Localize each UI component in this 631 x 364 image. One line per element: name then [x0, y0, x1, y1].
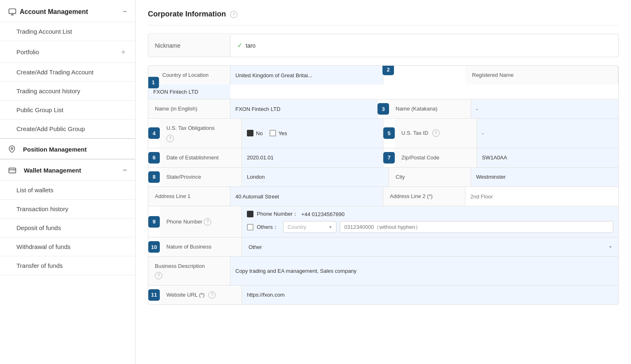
row-website-url: 11 Website URL (*) ? https://fxon.com: [148, 286, 618, 304]
row-address: Address Line 1 40 Automall Street Addres…: [148, 187, 618, 206]
address-line2-label: Address Line 2 (*): [383, 187, 465, 206]
phone-number-label: Phone Number ?: [160, 206, 242, 237]
phone-other-input[interactable]: [340, 221, 613, 233]
country-location-value[interactable]: United Kingdom of Great Britai...: [230, 66, 383, 85]
phone-others-row: Others： Country ▾: [247, 221, 613, 233]
phone-primary-checkbox[interactable]: [247, 211, 253, 217]
tax-no-checkbox[interactable]: No: [247, 130, 263, 136]
title-help-icon[interactable]: ?: [230, 11, 237, 18]
sidebar-item-trading-account-list[interactable]: Trading Account List: [0, 22, 135, 41]
city-value[interactable]: Westminster: [471, 168, 618, 187]
position-management-label: Position Management: [23, 146, 87, 153]
step-3-badge: 3: [378, 103, 389, 115]
step-1-badge: 1: [148, 77, 159, 88]
nature-business-label: Nature of Business: [160, 237, 242, 256]
nickname-label: Nickname: [148, 35, 230, 56]
tax-checkboxes: No Yes: [247, 130, 287, 136]
account-management-section[interactable]: Account Management −: [0, 0, 135, 22]
wallet-management-collapse[interactable]: −: [122, 166, 127, 175]
sidebar-item-portfolio[interactable]: Portfolio ＋: [0, 41, 135, 63]
phone-country-dropdown[interactable]: Country ▾: [283, 221, 336, 233]
sidebar: Account Management − Trading Account Lis…: [0, 0, 136, 364]
nickname-text: taro: [246, 42, 256, 49]
us-tax-id-help-icon[interactable]: ?: [432, 129, 440, 137]
name-english-label: Name (in English): [148, 99, 230, 118]
pin-icon: [8, 145, 16, 153]
name-english-value[interactable]: FXON Fintech LTD: [230, 99, 378, 118]
phone-primary-row: Phone Number： +44 01234567890: [247, 210, 613, 218]
name-katakana-value[interactable]: -: [471, 99, 618, 118]
registered-name-label: Registered Name: [465, 66, 618, 85]
sidebar-item-trading-account-history[interactable]: Trading account history: [0, 82, 135, 101]
step-11-badge: 11: [148, 289, 160, 301]
state-province-value[interactable]: London: [242, 168, 389, 187]
phone-others-checkbox[interactable]: [247, 224, 253, 230]
wallet-management-section[interactable]: Wallet Management −: [0, 159, 135, 181]
step-4-badge: 4: [148, 127, 160, 139]
svg-point-3: [11, 147, 13, 150]
address-line1-value[interactable]: 40 Automall Street: [230, 187, 383, 206]
row-date-zip: 6 Date of Establishment 2020.01.01 7 Zip…: [148, 148, 618, 168]
nature-business-chevron: ▾: [609, 244, 612, 250]
sidebar-item-list-of-wallets[interactable]: List of wallets: [0, 181, 135, 200]
us-tax-help-icon[interactable]: ?: [166, 135, 174, 142]
us-tax-id-label: U.S. Tax ID ?: [395, 119, 477, 147]
tax-yes-empty: [269, 130, 276, 136]
portfolio-add-icon[interactable]: ＋: [120, 47, 127, 57]
us-tax-checkbox-group[interactable]: No Yes: [242, 119, 383, 147]
step-9-badge: 9: [148, 216, 160, 228]
website-url-label: Website URL (*) ?: [160, 286, 242, 304]
step-5-badge: 5: [383, 127, 395, 139]
phone-number-label-text: Phone Number：: [257, 210, 298, 218]
address-line1-label: Address Line 1: [148, 187, 230, 206]
zip-postal-value[interactable]: SW1A0AA: [477, 148, 618, 167]
tax-yes-checkbox[interactable]: Yes: [269, 130, 287, 136]
row-phone: 9 Phone Number ? Phone Number： +44 01234…: [148, 206, 618, 237]
wallet-icon: [8, 166, 16, 175]
account-management-collapse[interactable]: −: [122, 7, 127, 16]
phone-help-icon[interactable]: ?: [204, 218, 211, 226]
city-label: City: [389, 168, 471, 187]
page-title-row: Corporate Information ?: [148, 10, 619, 25]
address-line2-input[interactable]: [470, 194, 613, 200]
wallet-management-label: Wallet Management: [24, 167, 81, 174]
sidebar-item-create-trading-account[interactable]: Create/Add Trading Account: [0, 63, 135, 82]
step-10-badge: 10: [148, 241, 160, 253]
monitor-icon: [8, 8, 16, 16]
business-desc-help-icon[interactable]: ?: [155, 272, 162, 279]
address-line2-value[interactable]: [465, 187, 618, 206]
sidebar-item-deposit-of-funds[interactable]: Deposit of funds: [0, 219, 135, 237]
sidebar-item-transaction-history[interactable]: Transaction history: [0, 200, 135, 219]
nickname-check-icon: ✓: [237, 41, 242, 49]
position-management-section[interactable]: Position Management: [0, 139, 135, 159]
us-tax-obligations-label: U.S. Tax Obligations ?: [160, 119, 242, 147]
row-tax: 4 U.S. Tax Obligations ? No Yes 5: [148, 119, 618, 148]
nature-business-value: Other: [249, 244, 262, 250]
business-description-value[interactable]: Copy trading and EA management, Sales co…: [230, 257, 618, 285]
website-url-value[interactable]: https://fxon.com: [242, 286, 618, 304]
us-tax-id-value[interactable]: -: [477, 119, 618, 147]
date-establishment-label: Date of Establishment: [160, 148, 242, 167]
date-establishment-value[interactable]: 2020.01.01: [242, 148, 383, 167]
sidebar-item-transfer-of-funds[interactable]: Transfer of funds: [0, 256, 135, 275]
svg-rect-4: [9, 168, 16, 173]
business-description-label: Business Description ?: [148, 257, 230, 285]
sidebar-item-create-public-group[interactable]: Create/Add Public Group: [0, 120, 135, 138]
state-province-label: State/Province: [160, 168, 242, 187]
svg-rect-0: [9, 9, 16, 14]
name-katakana-label: Name (Katakana): [389, 99, 471, 118]
nickname-value: ✓ taro: [230, 34, 618, 57]
website-url-help-icon[interactable]: ?: [208, 291, 216, 299]
row-business-description: Business Description ? Copy trading and …: [148, 257, 618, 285]
country-location-label: Country of Location: [148, 66, 230, 85]
phone-others-label: Others：: [257, 223, 278, 231]
registered-name-value[interactable]: FXON Fintech LTD: [148, 85, 230, 99]
sidebar-item-public-group-list[interactable]: Public Group List: [0, 101, 135, 120]
sidebar-item-withdrawal-of-funds[interactable]: Withdrawal of funds: [0, 237, 135, 256]
row-state-city: 8 State/Province London City Westminster: [148, 168, 618, 187]
nature-business-dropdown[interactable]: Other ▾: [242, 237, 618, 256]
nickname-row: Nickname ✓ taro: [148, 34, 619, 57]
chevron-down-icon: ▾: [329, 224, 332, 230]
account-management-label: Account Management: [20, 8, 88, 16]
corporate-info-form: 1 Country of Location United Kingdom of …: [148, 65, 619, 305]
